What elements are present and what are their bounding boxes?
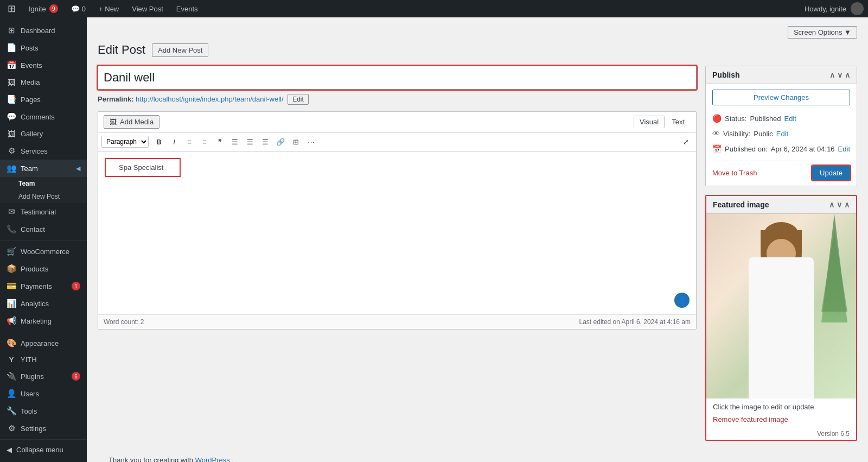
sidebar-item-dashboard[interactable]: ⊞ Dashboard [0,22,87,39]
sidebar-item-posts[interactable]: 📄 Posts [0,39,87,56]
ordered-list-button[interactable]: ≡ [197,135,212,149]
screen-options-button[interactable]: Screen Options ▼ [788,26,857,39]
sidebar-label-settings: Settings [21,425,46,433]
blockquote-button[interactable]: ❞ [213,135,227,149]
published-edit-link[interactable]: Edit [838,145,850,153]
sidebar-label-media: Media [21,78,40,86]
published-row: 📅 Published on: Apr 6, 2024 at 04:16 Edi… [712,141,850,156]
sidebar-item-users[interactable]: 👤 Users [0,385,87,402]
sidebar-item-gallery[interactable]: 🖼 Gallery [0,125,87,142]
admin-sidebar: ⊞ Dashboard 📄 Posts 📅 Events 🖼 Media 📑 P… [0,17,87,462]
expand-button[interactable]: ⤢ [679,135,693,149]
visibility-edit-link[interactable]: Edit [776,130,788,138]
events-item[interactable]: Events [173,5,201,13]
fi-close-icon[interactable]: ∧ [844,200,850,209]
align-right-button[interactable]: ☰ [258,135,272,149]
permalink-label: Permalink: [98,95,133,103]
tab-visual[interactable]: Visual [634,116,665,128]
menu-separator-3 [0,439,87,440]
sidebar-label-dashboard: Dashboard [21,27,55,35]
tab-text[interactable]: Text [666,116,691,128]
sidebar-item-services[interactable]: ⚙ Services [0,142,87,160]
status-edit-link[interactable]: Edit [784,115,796,123]
featured-image-title: Featured image [713,200,769,209]
sidebar-label-comments: Comments [21,113,55,121]
align-left-button[interactable]: ☰ [228,135,242,149]
howdy-text: Howdy, ignite [805,5,846,13]
add-new-post-button[interactable]: Add New Post [152,43,208,57]
preview-changes-button[interactable]: Preview Changes [712,90,850,105]
sidebar-item-payments[interactable]: 💳 Payments 1 [0,277,87,295]
submenu-item-add-new[interactable]: Add New Post [0,190,87,203]
fi-arrow-down-icon[interactable]: ∨ [837,200,842,209]
comment-item[interactable]: 💬 0 [68,5,89,13]
sidebar-item-marketing[interactable]: 📢 Marketing [0,312,87,330]
sidebar-item-testimonial[interactable]: ✉ Testimonial [0,203,87,220]
publish-arrows[interactable]: ∧ ∨ ∧ [829,71,850,79]
update-button[interactable]: Update [812,166,850,180]
fi-arrow-up-icon[interactable]: ∧ [829,200,834,209]
sidebar-item-events[interactable]: 📅 Events [0,56,87,74]
view-post-item[interactable]: View Post [129,5,167,13]
last-edited: Last edited on April 6, 2024 at 4:16 am [579,318,691,326]
sidebar-item-analytics[interactable]: 📊 Analytics [0,295,87,312]
sidebar-item-media[interactable]: 🖼 Media [0,74,87,91]
permalink-edit-button[interactable]: Edit [288,94,309,105]
wordpress-link[interactable]: WordPress [195,456,230,462]
marketing-icon: 📢 [7,316,16,326]
sidebar-item-plugins[interactable]: 🔌 Plugins 6 [0,368,87,385]
featured-image[interactable] [706,214,856,398]
sidebar-item-settings[interactable]: ⚙ Settings [0,420,87,437]
posts-icon: 📄 [7,43,16,53]
sidebar-item-yith[interactable]: Y YITH [0,352,87,368]
close-icon[interactable]: ∧ [845,71,850,79]
sidebar-label-analytics: Analytics [21,300,49,308]
visibility-icon: 👁 [712,129,720,138]
post-title-input[interactable] [98,66,697,90]
sidebar-item-tools[interactable]: 🔧 Tools [0,402,87,420]
sidebar-item-products[interactable]: 📦 Products [0,260,87,277]
events-icon: 📅 [7,60,16,70]
submenu-item-team[interactable]: Team [0,177,87,190]
admin-bar: ⊞ Ignite 9 💬 0 + New View Post Events Ho… [0,0,868,17]
remove-featured-image-link[interactable]: Remove featured image [706,415,856,428]
sidebar-item-woocommerce[interactable]: 🛒 WooCommerce [0,243,87,260]
permalink-link[interactable]: http://localhost/ignite/index.php/team/d… [136,95,283,103]
link-button[interactable]: 🔗 [273,135,288,149]
sidebar-item-comments[interactable]: 💬 Comments [0,108,87,125]
status-value: Published [750,115,781,123]
sidebar-item-contact[interactable]: 📞 Contact [0,220,87,238]
users-icon: 👤 [7,389,16,398]
editor-icon-area: 👤 [674,293,690,308]
collapse-menu-button[interactable]: ◀ Collapse menu [0,442,87,458]
word-count: Word count: 2 [104,318,144,326]
format-select[interactable]: Paragraph [101,136,149,148]
notif-badge: 9 [49,4,58,13]
featured-image-arrows[interactable]: ∧ ∨ ∧ [829,200,850,209]
editor-content[interactable]: Spa Specialist 👤 [98,151,696,314]
menu-separator [0,240,87,241]
arrow-down-icon[interactable]: ∨ [837,71,843,79]
more-button[interactable]: ⋯ [304,135,318,149]
move-to-trash-link[interactable]: Move to Trash [712,169,757,177]
unordered-list-button[interactable]: ≡ [182,135,196,149]
woman-body [749,257,814,398]
editor-accessibility-icon[interactable]: 👤 [674,293,690,308]
sidebar-label-plugins: Plugins [21,372,44,381]
gallery-icon: 🖼 [7,129,16,138]
sidebar-item-appearance[interactable]: 🎨 Appearance [0,334,87,352]
site-name[interactable]: Ignite 9 [25,4,61,13]
sidebar-item-team[interactable]: 👥 Team ◀ [0,160,87,177]
wp-logo[interactable]: ⊞ [4,3,19,15]
italic-button[interactable]: I [167,135,181,149]
new-post-item[interactable]: + New [95,5,122,13]
sidebar-item-pages[interactable]: 📑 Pages [0,91,87,108]
sidebar-label-payments: Payments [21,282,52,290]
content-text: Spa Specialist [119,163,163,172]
add-media-button[interactable]: 🖼 Add Media [104,115,159,129]
arrow-up-icon[interactable]: ∧ [829,71,835,79]
table-button[interactable]: ⊞ [289,135,303,149]
align-center-button[interactable]: ☰ [243,135,257,149]
visual-text-tabs: Visual Text [634,116,691,128]
bold-button[interactable]: B [152,135,166,149]
